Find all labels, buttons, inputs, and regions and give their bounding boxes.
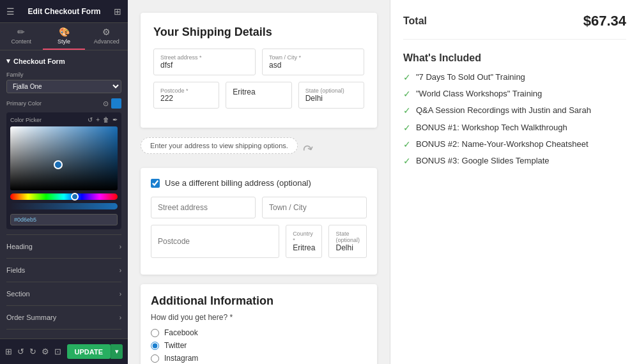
content-icon: ✏	[17, 27, 25, 37]
gradient-handle[interactable]	[54, 160, 63, 169]
primary-color-row: Primary Color ⊙	[6, 98, 121, 109]
tab-advanced[interactable]: ⚙ Advanced	[85, 23, 128, 50]
billing-checkbox-row: Use a different billing address (optiona…	[151, 178, 367, 188]
billing-country-field[interactable]: Country * Eritrea	[286, 225, 322, 258]
total-amount: $67.34	[583, 13, 626, 29]
refresh-icon[interactable]: ↺	[88, 116, 93, 123]
top-bar: ☰ Edit Checkout Form ⊞	[0, 0, 128, 23]
whats-included-title: What's Included	[403, 52, 626, 64]
town-city-field[interactable]: Town / City * asd	[262, 49, 364, 75]
billing-town-input[interactable]	[262, 197, 367, 218]
form-row-2: Postcode * 222 Eritrea State (optional) …	[153, 82, 364, 109]
radio-option-twitter: Twitter	[151, 341, 367, 350]
billing-state-field[interactable]: State (optional) Delhi	[328, 225, 367, 258]
included-item-text: BONUS #1: Workshop Tech Walkthrough	[416, 122, 567, 133]
check-icon: ✓	[403, 72, 411, 82]
tab-style[interactable]: 🎨 Style	[43, 23, 86, 50]
billing-state-label: State (optional)	[335, 231, 360, 243]
order-summary-section: Order Summary ›	[6, 305, 121, 329]
town-city-label: Town / City *	[269, 54, 357, 61]
tab-content[interactable]: ✏ Content	[0, 23, 43, 50]
checkout-form-header[interactable]: ▾ Checkout Form	[6, 57, 121, 65]
family-select[interactable]: Fjalla One	[6, 80, 121, 93]
style-icon: 🎨	[59, 27, 70, 37]
radio-label-twitter: Twitter	[164, 341, 187, 350]
opacity-slider[interactable]	[10, 203, 118, 209]
hex-input[interactable]	[10, 214, 118, 225]
update-caret-button[interactable]: ▾	[111, 344, 123, 359]
check-icon: ✓	[403, 156, 411, 166]
country-field[interactable]: Eritrea	[226, 82, 291, 109]
check-icon: ✓	[403, 105, 411, 116]
grid-icon[interactable]: ⊞	[114, 6, 121, 17]
list-item: ✓BONUS #1: Workshop Tech Walkthrough	[403, 122, 626, 133]
right-panel: Total $67.34 What's Included ✓"7 Days To…	[390, 0, 639, 364]
tab-bar: ✏ Content 🎨 Style ⚙ Advanced	[0, 23, 128, 50]
check-icon: ✓	[403, 89, 411, 99]
color-gradient-box[interactable]	[10, 126, 118, 190]
billing-country-label: Country *	[293, 231, 315, 243]
included-item-text: Q&A Session Recordings with Justin and S…	[416, 105, 591, 116]
chevron-right-icon-3: ›	[119, 291, 121, 298]
radio-instagram[interactable]	[151, 354, 159, 363]
check-icon: ✓	[403, 123, 411, 133]
order-summary-section-header[interactable]: Order Summary ›	[6, 311, 121, 324]
state-field[interactable]: State (optional) Delhi	[298, 82, 364, 109]
section-section-header[interactable]: Section ›	[6, 287, 121, 300]
family-field-row: Family Fjalla One	[6, 72, 121, 93]
postcode-label: Postcode *	[160, 87, 212, 94]
list-item: ✓"7 Days To Sold Out" Training	[403, 72, 626, 83]
curved-arrow-icon: ↷	[300, 140, 316, 158]
update-button[interactable]: UPDATE	[67, 344, 111, 359]
sidebar-content: ▾ Checkout Form Family Fjalla One Primar…	[0, 50, 128, 338]
grid-view-icon[interactable]: ⊞	[5, 347, 12, 356]
list-item: ✓"World Class Workshops" Training	[403, 88, 626, 100]
shipping-hint-text: Enter your address to view shipping opti…	[150, 142, 288, 149]
billing-postcode-input[interactable]	[151, 225, 279, 258]
state-value: Delhi	[305, 94, 323, 103]
expand-icon[interactable]: ⊡	[54, 347, 61, 356]
eyedropper-icon[interactable]: ⊙	[103, 100, 109, 108]
radio-option-instagram: Instagram	[151, 354, 367, 363]
hamburger-icon[interactable]: ☰	[6, 6, 15, 17]
primary-color-swatch[interactable]	[111, 98, 121, 109]
additional-info-section: Additional Information How did you get h…	[141, 284, 377, 364]
heading-section-header[interactable]: Heading ›	[6, 240, 121, 253]
settings-icon[interactable]: ⚙	[42, 347, 49, 356]
included-item-text: BONUS #3: Google Slides Template	[416, 155, 550, 167]
radio-twitter[interactable]	[151, 342, 159, 350]
main-content: Your Shipping Details Street address * d…	[128, 0, 390, 364]
color-picker-section: Color Picker ↺ + 🗑 ✒	[6, 112, 121, 229]
street-address-field[interactable]: Street address * dfsf	[153, 49, 256, 75]
list-item: ✓BONUS #3: Google Slides Template	[403, 155, 626, 167]
billing-row-2: Country * Eritrea State (optional) Delhi	[151, 225, 367, 258]
billing-row-1	[151, 197, 367, 218]
billing-checkbox[interactable]	[151, 179, 160, 188]
left-panel: ☰ Edit Checkout Form ⊞ ✏ Content 🎨 Style…	[0, 0, 128, 364]
billing-checkbox-label: Use a different billing address (optiona…	[165, 178, 311, 188]
radio-facebook[interactable]	[151, 329, 159, 337]
chevron-right-icon: ›	[119, 243, 121, 250]
fields-section-header[interactable]: Fields ›	[6, 264, 121, 277]
section-section: Section ›	[6, 282, 121, 305]
fields-section: Fields ›	[6, 258, 121, 282]
add-icon[interactable]: +	[96, 116, 100, 123]
list-item: ✓Q&A Session Recordings with Justin and …	[403, 105, 626, 116]
radio-option-facebook: Facebook	[151, 328, 367, 337]
redo-icon[interactable]: ↻	[29, 347, 36, 356]
radio-label-instagram: Instagram	[164, 354, 198, 363]
family-label: Family	[6, 72, 121, 78]
included-items-list: ✓"7 Days To Sold Out" Training✓"World Cl…	[403, 72, 626, 167]
street-address-value: dfsf	[160, 61, 173, 70]
billing-state-value: Delhi	[335, 243, 353, 252]
postcode-field[interactable]: Postcode * 222	[153, 82, 219, 109]
undo-icon[interactable]: ↺	[17, 347, 24, 356]
included-item-text: "7 Days To Sold Out" Training	[416, 72, 525, 83]
hue-slider[interactable]	[10, 193, 118, 200]
top-bar-title: Edit Checkout Form	[15, 7, 114, 16]
state-label: State (optional)	[305, 87, 357, 94]
billing-street-input[interactable]	[151, 197, 256, 218]
pipette-icon[interactable]: ✒	[112, 116, 118, 123]
delete-icon[interactable]: 🗑	[103, 116, 109, 123]
primary-color-label: Primary Color	[6, 100, 42, 107]
